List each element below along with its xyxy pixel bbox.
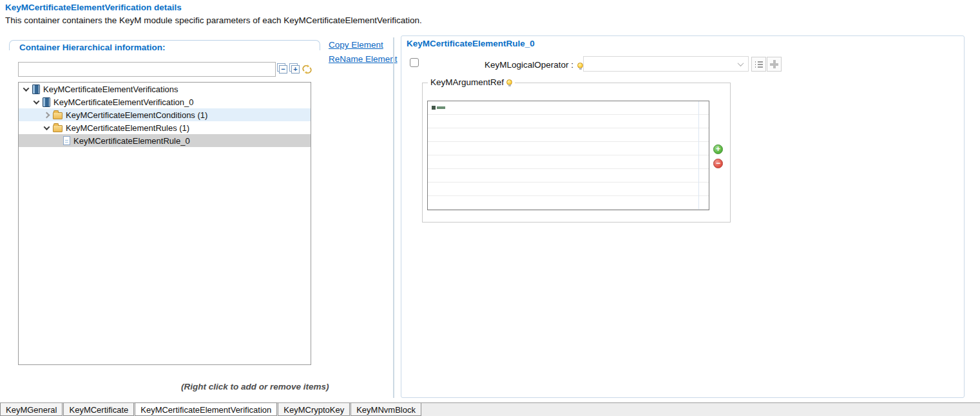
folder-icon: [53, 125, 62, 132]
argument-ref-row[interactable]: [428, 115, 709, 128]
argument-ref-table[interactable]: [427, 101, 709, 210]
refresh-icon[interactable]: [302, 64, 312, 75]
plus-icon: [770, 60, 778, 68]
folder-icon: [53, 112, 62, 119]
list-icon: [754, 61, 763, 68]
tree-item[interactable]: KeyMCertificateElementVerifications: [19, 83, 311, 95]
tree-filter-input[interactable]: [18, 62, 276, 77]
module-tab-keymgeneral[interactable]: KeyMGeneral: [0, 403, 62, 416]
argument-ref-row[interactable]: [428, 142, 709, 155]
module-tab-keymcertificate[interactable]: KeyMCertificate: [63, 403, 134, 416]
reference-cell-icon: [432, 106, 445, 110]
rename-element-link[interactable]: ReName Element: [329, 54, 398, 64]
tree-item-label: KeyMCertificateElementRules (1): [66, 123, 189, 133]
add-icon: +: [716, 145, 720, 153]
argument-ref-hint-icon: [506, 79, 512, 85]
module-icon: [43, 97, 50, 107]
hierarchy-tree: KeyMCertificateElementVerificationsKeyMC…: [18, 82, 311, 365]
rule-checkbox[interactable]: [410, 58, 419, 67]
logical-operator-hint-icon: [577, 63, 583, 68]
argument-ref-row[interactable]: [428, 169, 709, 183]
chevron-down-icon[interactable]: [44, 124, 50, 130]
keym-editor-window: KeyMCertificateElementVerification detai…: [0, 0, 980, 416]
container-hierarchy-title: Container Hierarchical information:: [19, 43, 166, 52]
operator-add-button[interactable]: [767, 57, 782, 72]
chevron-spacer: [55, 139, 59, 143]
page-subtitle: This container containers the KeyM modul…: [5, 15, 422, 25]
argument-ref-row[interactable]: [428, 183, 709, 196]
module-tab-keymcertificateelementverification[interactable]: KeyMCertificateElementVerification: [135, 402, 277, 416]
argument-ref-row[interactable]: [428, 155, 709, 169]
argument-ref-legend-text: KeyMArgumentRef: [430, 77, 504, 87]
logical-operator-label: KeyMLogicalOperator :: [425, 60, 573, 70]
module-icon: [32, 84, 40, 94]
panel-divider: [393, 37, 394, 398]
module-tab-bar: KeyMGeneralKeyMCertificateKeyMCertificat…: [0, 402, 980, 416]
chevron-right-icon[interactable]: [44, 112, 50, 118]
table-column-divider: [698, 101, 699, 210]
tree-hint-text: (Right click to add or remove items): [181, 382, 329, 391]
tree-item[interactable]: KeyMCertificateElementRule_0: [19, 134, 311, 147]
module-tab-keymnvmblock[interactable]: KeyMNvmBlock: [351, 403, 421, 416]
argument-ref-row[interactable]: [428, 196, 709, 210]
chevron-down-icon: [738, 60, 744, 66]
page-title: KeyMCertificateElementVerification detai…: [5, 3, 182, 12]
tree-item-label: KeyMCertificateElementRule_0: [73, 136, 190, 146]
expand-all-icon[interactable]: +: [291, 65, 300, 74]
argument-ref-row[interactable]: [428, 128, 709, 142]
copy-element-link[interactable]: Copy Element: [329, 40, 383, 50]
document-icon: [63, 136, 70, 145]
argument-ref-legend: KeyMArgumentRef: [428, 77, 515, 87]
chevron-down-icon[interactable]: [34, 98, 40, 104]
module-tab-keymcryptokey[interactable]: KeyMCryptoKey: [278, 403, 350, 416]
tree-item-label: KeyMCertificateElementConditions (1): [66, 110, 207, 120]
tree-item-label: KeyMCertificateElementVerification_0: [53, 97, 194, 107]
argument-ref-row[interactable]: [428, 101, 709, 115]
collapse-all-icon[interactable]: −: [279, 65, 287, 74]
tree-item-label: KeyMCertificateElementVerifications: [43, 84, 178, 94]
tree-item[interactable]: KeyMCertificateElementConditions (1): [19, 108, 311, 121]
add-row-button[interactable]: +: [713, 144, 723, 154]
logical-operator-combobox[interactable]: [583, 56, 749, 72]
chevron-down-icon[interactable]: [23, 85, 30, 92]
tree-item[interactable]: KeyMCertificateElementRules (1): [19, 121, 311, 134]
operator-list-button[interactable]: [751, 57, 766, 72]
remove-icon: −: [716, 159, 720, 167]
remove-row-button[interactable]: −: [713, 159, 723, 168]
detail-title: KeyMCertificateElementRule_0: [407, 39, 535, 48]
tree-item[interactable]: KeyMCertificateElementVerification_0: [19, 95, 311, 108]
